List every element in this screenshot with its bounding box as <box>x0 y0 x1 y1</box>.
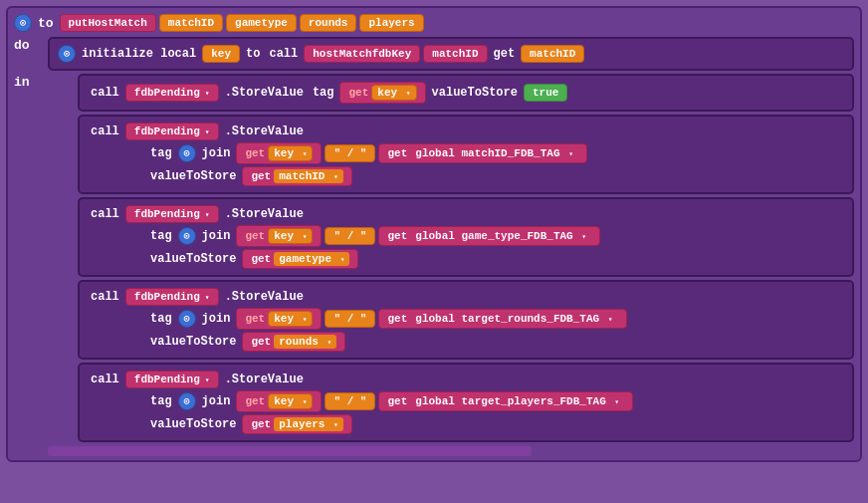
get-key-5[interactable]: get key ▾ <box>236 390 322 412</box>
settings-icon[interactable]: ⊙ <box>14 14 32 32</box>
global-rounds-inner: global target_rounds_FDB_TAG ▾ <box>410 312 617 326</box>
get-key-2[interactable]: get key ▾ <box>236 142 322 164</box>
join-icon-3[interactable]: ⊙ <box>178 227 196 245</box>
call-lbl-3: call <box>88 206 122 222</box>
key-inner-3: key ▾ <box>268 228 313 244</box>
get-key-3[interactable]: get key ▾ <box>236 225 322 247</box>
join-lbl-4: join <box>199 311 234 327</box>
global-rounds-tag[interactable]: get global target_rounds_FDB_TAG ▾ <box>378 309 626 329</box>
matchID-get-block[interactable]: matchID <box>521 45 584 63</box>
global-matchID-inner: global matchID_FDB_TAG ▾ <box>410 146 578 160</box>
sv3-call-row: call fdbPending ▾ .StoreValue <box>88 205 844 223</box>
global-players-tag[interactable]: get global target_players_FDB_TAG ▾ <box>378 391 633 411</box>
key-inner-1: key ▾ <box>371 85 416 101</box>
key-block[interactable]: key <box>202 45 240 63</box>
do-label: do <box>14 38 40 53</box>
valueToStore-lbl-4: valueToStore <box>147 334 239 350</box>
slash-2[interactable]: " / " <box>325 144 375 162</box>
valueToStore-lbl-5: valueToStore <box>147 416 239 432</box>
tag-lbl-3: tag <box>147 228 175 244</box>
join-icon-5[interactable]: ⊙ <box>178 392 196 410</box>
sv4-value-row: valueToStore get rounds ▾ <box>147 332 844 352</box>
fdbPending-3[interactable]: fdbPending ▾ <box>125 205 219 223</box>
get-key-1[interactable]: get key ▾ <box>339 82 425 104</box>
sv4-tag-row: tag ⊙ join get key ▾ " / " get global ta… <box>147 308 844 330</box>
join-icon-4[interactable]: ⊙ <box>178 310 196 328</box>
sv3-tag-row: tag ⊙ join get key ▾ " / " get global ga… <box>147 225 844 247</box>
sv5-tag-row: tag ⊙ join get key ▾ " / " get global ta… <box>147 390 844 412</box>
fdbPending-1[interactable]: fdbPending ▾ <box>125 84 219 102</box>
in-label: in <box>14 75 40 90</box>
call-lbl-2: call <box>88 124 122 139</box>
tag-lbl-2: tag <box>147 145 175 161</box>
header-row: ⊙ to putHostMatch matchID gametype round… <box>14 14 854 32</box>
sv2-value-row: valueToStore get matchID ▾ <box>147 166 844 186</box>
valueToStore-lbl-1: valueToStore <box>429 85 521 101</box>
get-gametype[interactable]: get gametype ▾ <box>242 249 358 269</box>
fdbPending-4[interactable]: fdbPending ▾ <box>125 288 219 306</box>
sv4-call-row: call fdbPending ▾ .StoreValue <box>88 288 844 306</box>
hostMatchfdbKey-block[interactable]: hostMatchfdbKey <box>304 45 420 63</box>
matchID-param-block[interactable]: matchID <box>423 45 487 63</box>
param-rounds[interactable]: rounds <box>300 14 357 32</box>
sv5-call-row: call fdbPending ▾ .StoreValue <box>88 371 844 388</box>
tag-lbl-4: tag <box>147 311 175 327</box>
sv-lbl-2: .StoreValue <box>222 124 307 139</box>
init-local-row: ⊙ initialize local key to call hostMatch… <box>58 45 844 63</box>
global-gametype-inner: global game_type_FDB_TAG ▾ <box>410 229 591 243</box>
get-matchID-2[interactable]: get matchID ▾ <box>242 166 351 186</box>
global-players-inner: global target_players_FDB_TAG ▾ <box>410 394 624 408</box>
global-matchID-tag-2[interactable]: get global matchID_FDB_TAG ▾ <box>378 143 586 163</box>
sv-lbl-1: .StoreValue <box>222 85 307 101</box>
param-matchid[interactable]: matchID <box>159 14 223 32</box>
true-block[interactable]: true <box>524 84 567 102</box>
tag-lbl-5: tag <box>147 393 175 409</box>
call-lbl-1: call <box>88 85 122 101</box>
join-lbl-3: join <box>199 228 234 244</box>
global-gametype-tag[interactable]: get global game_type_FDB_TAG ▾ <box>378 226 600 246</box>
slash-5[interactable]: " / " <box>325 392 375 410</box>
get-label-init: get <box>491 46 519 62</box>
key-inner-4: key ▾ <box>268 311 313 327</box>
storevalue-5: call fdbPending ▾ .StoreValue tag ⊙ join… <box>78 363 854 442</box>
initialize-local-block: ⊙ initialize local key to call hostMatch… <box>48 37 854 71</box>
get-players[interactable]: get players ▾ <box>242 414 351 434</box>
join-lbl-5: join <box>199 393 234 409</box>
fdbPending-2[interactable]: fdbPending ▾ <box>125 123 219 140</box>
slash-4[interactable]: " / " <box>325 310 375 328</box>
tag-lbl-1: tag <box>310 85 337 101</box>
func-name-block[interactable]: putHostMatch <box>60 14 156 32</box>
get-rounds[interactable]: get rounds ▾ <box>242 332 345 352</box>
init-local-label: initialize local <box>79 46 199 62</box>
storevalue-4: call fdbPending ▾ .StoreValue tag ⊙ join… <box>78 280 854 360</box>
key-inner-2: key ▾ <box>268 145 313 161</box>
to-label2: to <box>243 46 263 62</box>
gametype-inner: gametype ▾ <box>274 252 349 266</box>
players-inner: players ▾ <box>274 417 343 431</box>
storevalue-2: call fdbPending ▾ .StoreValue tag ⊙ join… <box>78 115 854 194</box>
join-lbl-2: join <box>199 145 234 161</box>
sv2-tag-row: tag ⊙ join get key ▾ " / " get global ma… <box>147 142 844 164</box>
join-icon-2[interactable]: ⊙ <box>178 144 196 162</box>
init-icon[interactable]: ⊙ <box>58 45 76 63</box>
matchID-inner-2: matchID ▾ <box>274 169 343 183</box>
get-key-4[interactable]: get key ▾ <box>236 308 322 330</box>
sv-lbl-5: .StoreValue <box>222 372 307 387</box>
call-lbl-5: call <box>88 372 122 387</box>
param-players[interactable]: players <box>359 14 423 32</box>
to-label: to <box>35 15 57 32</box>
sv3-value-row: valueToStore get gametype ▾ <box>147 249 844 269</box>
sv2-call-row: call fdbPending ▾ .StoreValue <box>88 123 844 140</box>
outer-container: ⊙ to putHostMatch matchID gametype round… <box>6 6 862 462</box>
call-label-init: call <box>266 46 301 62</box>
call-lbl-4: call <box>88 289 122 305</box>
key-inner-5: key ▾ <box>268 393 313 409</box>
sv-lbl-3: .StoreValue <box>222 206 307 222</box>
rounds-inner: rounds ▾ <box>274 335 336 349</box>
slash-3[interactable]: " / " <box>325 227 375 245</box>
param-gametype[interactable]: gametype <box>226 14 297 32</box>
sv5-value-row: valueToStore get players ▾ <box>147 414 844 434</box>
storevalue-3: call fdbPending ▾ .StoreValue tag ⊙ join… <box>78 197 854 277</box>
fdbPending-5[interactable]: fdbPending ▾ <box>125 371 219 388</box>
valueToStore-lbl-3: valueToStore <box>147 251 239 267</box>
